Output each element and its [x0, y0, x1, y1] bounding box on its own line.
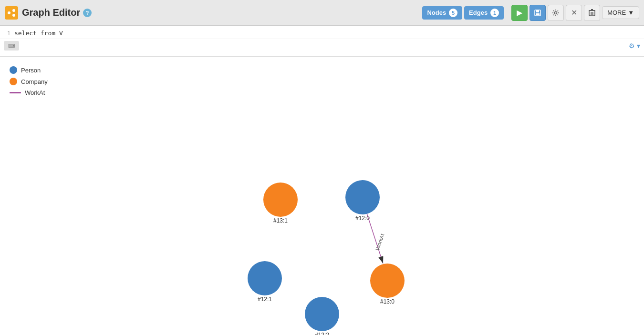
edges-label: Edges [469, 9, 488, 16]
graph-area[interactable]: Person Company WorkAt WorkAt [0, 57, 644, 335]
app-logo [5, 6, 18, 20]
svg-rect-6 [536, 10, 539, 12]
node-12-0[interactable]: #12:0 [345, 180, 380, 222]
help-button[interactable]: ? [83, 9, 92, 17]
node-13-0[interactable]: #13:0 [370, 264, 405, 305]
node-label-13-0: #13:0 [380, 298, 395, 305]
close-button[interactable]: ✕ [566, 5, 582, 21]
node-label-12-2: #12:2 [315, 332, 329, 335]
node-13-1[interactable]: #13:1 [263, 183, 298, 224]
query-editor[interactable]: 1 select from V ⌨ ⚙ ▾ [0, 26, 644, 57]
nodes-count: 5 [449, 9, 457, 17]
delete-button[interactable] [584, 5, 600, 21]
run-button[interactable]: ▶ [511, 5, 528, 21]
svg-point-19 [248, 261, 282, 295]
svg-point-8 [555, 11, 557, 14]
line-number: 1 [4, 30, 10, 37]
query-line: 1 select from V [0, 30, 644, 37]
keyboard-icon[interactable]: ⌨ [4, 41, 19, 51]
main-content: 1 select from V ⌨ ⚙ ▾ Person Company Wor… [0, 26, 644, 335]
svg-point-20 [370, 264, 405, 298]
more-chevron: ▼ [628, 9, 634, 16]
query-toolbar: ⌨ ⚙ ▾ [0, 39, 644, 52]
svg-point-21 [305, 297, 339, 331]
more-button[interactable]: MORE ▼ [602, 6, 639, 19]
svg-rect-7 [536, 13, 540, 15]
node-12-2[interactable]: #12:2 [305, 297, 339, 335]
svg-point-18 [345, 180, 380, 214]
save-button[interactable] [530, 5, 546, 21]
edges-count: 1 [490, 9, 499, 17]
graph-svg[interactable]: WorkAt #13:1 #12:0 #12:1 #13:0 [0, 57, 644, 335]
svg-point-17 [263, 183, 298, 217]
node-label-12-0: #12:0 [355, 215, 370, 222]
header: Graph Editor ? Nodes 5 Edges 1 ▶ ✕ [0, 0, 644, 26]
nodes-button[interactable]: Nodes 5 [422, 6, 462, 20]
node-12-1[interactable]: #12:1 [248, 261, 282, 303]
header-toolbar: Nodes 5 Edges 1 ▶ ✕ [422, 5, 639, 21]
nodes-label: Nodes [427, 9, 446, 16]
more-label: MORE [607, 9, 626, 16]
svg-point-1 [12, 9, 15, 12]
query-text[interactable]: select from V [14, 30, 63, 37]
node-label-12-1: #12:1 [258, 296, 272, 303]
svg-line-3 [10, 11, 12, 12]
svg-line-4 [10, 13, 12, 15]
edges-button[interactable]: Edges 1 [464, 6, 504, 20]
query-settings-icon[interactable]: ⚙ ▾ [629, 42, 640, 50]
svg-point-0 [8, 11, 10, 14]
node-label-13-1: #13:1 [273, 217, 288, 224]
page-title: Graph Editor [22, 7, 80, 18]
svg-point-2 [12, 14, 15, 17]
settings-button[interactable] [548, 5, 564, 21]
